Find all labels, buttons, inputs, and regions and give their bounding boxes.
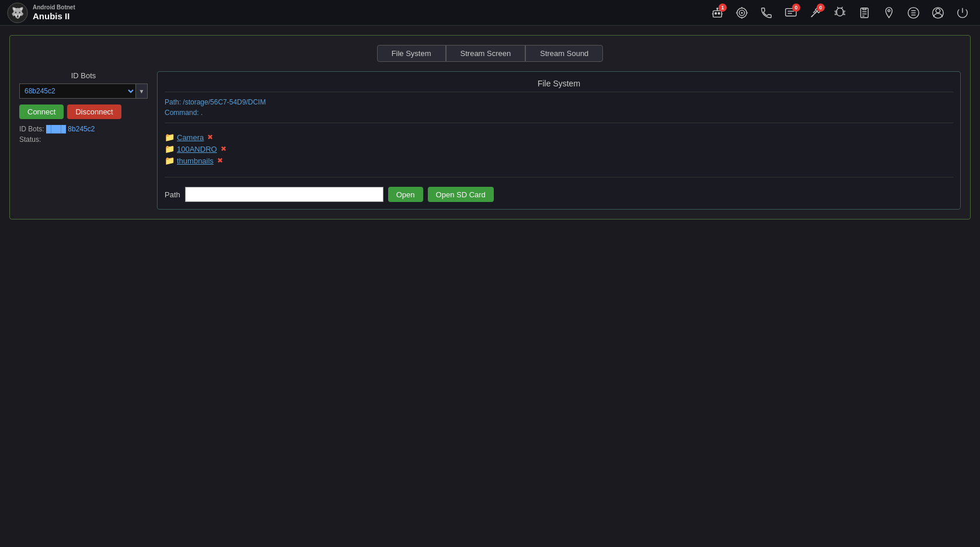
folder-100andro-delete-icon[interactable]: ✖	[221, 145, 226, 153]
svg-text:🐺: 🐺	[11, 6, 25, 19]
navbar: 🐺 Android Botnet Anubis II 1	[0, 0, 980, 26]
bug-icon	[833, 6, 846, 19]
location-icon	[883, 6, 895, 19]
brand-line2: Anubis II	[33, 11, 75, 22]
list-icon-btn[interactable]	[903, 2, 924, 23]
id-bots-value: ████ 8b245c2	[46, 125, 95, 133]
folder-camera-delete-icon[interactable]: ✖	[207, 133, 213, 141]
clipboard-icon	[858, 6, 871, 19]
id-bots-field-label: ID Bots:	[19, 125, 44, 133]
open-button[interactable]: Open	[388, 187, 423, 202]
svg-point-11	[741, 12, 742, 13]
injection-icon-btn[interactable]: 0	[805, 2, 826, 23]
list-item: 📁 100ANDRO ✖	[165, 144, 953, 154]
robot-badge: 1	[719, 4, 727, 12]
svg-point-4	[718, 12, 720, 14]
folder-100andro-link[interactable]: 100ANDRO	[177, 145, 217, 154]
phone-icon-btn[interactable]	[756, 2, 777, 23]
svg-line-22	[814, 12, 817, 14]
disconnect-button[interactable]: Disconnect	[67, 104, 121, 119]
panel-body: ID Bots 68b245c2 ▼ Connect Disconnect ID…	[19, 71, 961, 210]
status-label: Status:	[19, 135, 41, 144]
btn-row: Connect Disconnect	[19, 104, 148, 119]
folder-list: 📁 Camera ✖ 📁 100ANDRO ✖ 📁 thumbnails ✖	[165, 133, 953, 165]
path-info: Path: /storage/56C7-54D9/DCIM	[165, 98, 953, 106]
svg-rect-2	[713, 11, 722, 17]
robot-icon-btn[interactable]: 1	[707, 2, 728, 23]
file-panel: File System Path: /storage/56C7-54D9/DCI…	[157, 71, 961, 210]
folder-thumbnails-delete-icon[interactable]: ✖	[217, 156, 223, 165]
account-icon	[932, 6, 944, 19]
folder-camera-icon: 📁	[165, 133, 175, 142]
folder-thumbnails-link[interactable]: thumbnails	[177, 156, 214, 165]
path-row: Path Open Open SD Card	[165, 177, 953, 202]
tab-stream-sound[interactable]: Stream Sound	[525, 45, 603, 62]
svg-line-21	[813, 11, 815, 13]
svg-point-32	[936, 8, 940, 12]
brand-logo-icon: 🐺	[7, 2, 28, 23]
svg-point-6	[717, 8, 718, 9]
power-icon-btn[interactable]	[952, 2, 973, 23]
connect-button[interactable]: Connect	[19, 104, 64, 119]
list-item: 📁 Camera ✖	[165, 133, 953, 142]
target-icon-btn[interactable]	[731, 2, 752, 23]
injection-badge: 0	[817, 4, 825, 12]
bot-select[interactable]: 68b245c2	[19, 83, 136, 99]
outer-panel: File System Stream Screen Stream Sound I…	[9, 35, 971, 220]
file-panel-title: File System	[165, 79, 953, 92]
phone-icon	[760, 6, 773, 19]
location-icon-btn[interactable]	[878, 2, 899, 23]
path-row-label: Path	[165, 190, 180, 199]
account-icon-btn[interactable]	[927, 2, 948, 23]
tab-file-system[interactable]: File System	[377, 45, 446, 62]
power-icon	[956, 6, 969, 19]
select-arrow-icon[interactable]: ▼	[136, 83, 148, 99]
target-icon	[735, 6, 748, 19]
id-bots-info: ID Bots: ████ 8b245c2	[19, 125, 148, 133]
list-item: 📁 thumbnails ✖	[165, 156, 953, 165]
sms-badge: 0	[792, 4, 800, 12]
folder-100andro-icon: 📁	[165, 144, 175, 154]
brand: 🐺 Android Botnet Anubis II	[7, 2, 75, 23]
tab-stream-screen[interactable]: Stream Screen	[446, 45, 526, 62]
svg-line-20	[811, 15, 814, 17]
path-input[interactable]	[185, 187, 383, 202]
bot-select-wrapper: 68b245c2 ▼	[19, 83, 148, 99]
id-bots-label: ID Bots	[19, 71, 148, 80]
bug-icon-btn[interactable]	[829, 2, 850, 23]
sms-icon-btn[interactable]: 0	[780, 2, 801, 23]
main-content: File System Stream Screen Stream Sound I…	[0, 26, 980, 229]
brand-line1: Android Botnet	[33, 4, 75, 11]
folder-camera-link[interactable]: Camera	[177, 133, 204, 142]
command-info: Command: .	[165, 109, 953, 123]
svg-point-3	[715, 12, 717, 14]
svg-point-27	[888, 9, 890, 12]
status-info: Status:	[19, 135, 148, 144]
top-tabs: File System Stream Screen Stream Sound	[19, 45, 961, 62]
folder-thumbnails-icon: 📁	[165, 156, 175, 165]
open-sd-button[interactable]: Open SD Card	[428, 187, 494, 202]
left-sidebar: ID Bots 68b245c2 ▼ Connect Disconnect ID…	[19, 71, 148, 210]
list-icon	[907, 6, 920, 19]
clipboard-icon-btn[interactable]	[854, 2, 875, 23]
navbar-icons: 1	[707, 2, 973, 23]
